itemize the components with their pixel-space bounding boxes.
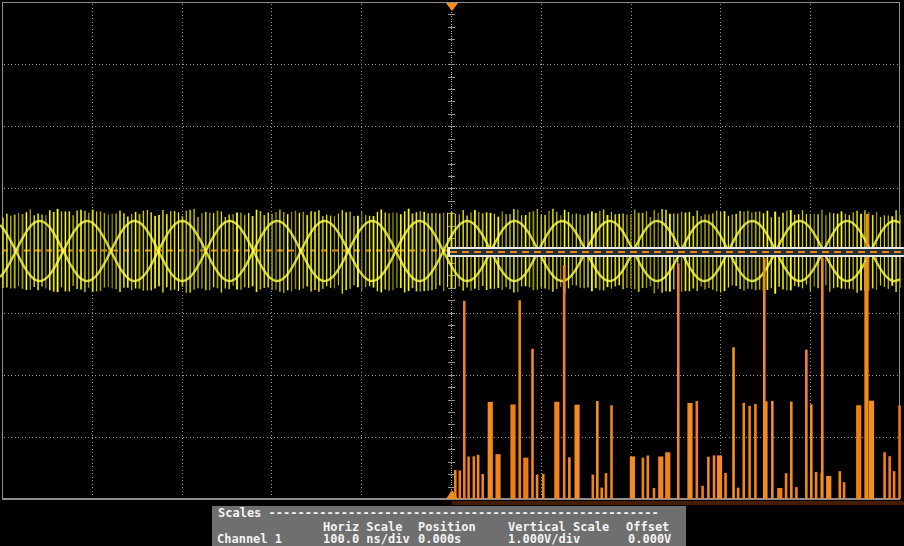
value-vertical-scale: 1.000V/div [508,533,580,545]
panel-title: Scales [218,506,269,520]
measurement-gate-bar[interactable] [448,247,904,257]
oscilloscope-screen: Scales ---------------------------------… [0,0,904,546]
waveform-display [0,0,904,546]
trigger-marker-icon[interactable] [446,3,458,11]
value-offset: 0.000V [628,533,671,545]
value-horiz-scale: 100.0 ns/div [323,533,410,545]
gate-centerline [450,251,904,253]
scales-panel: Scales ---------------------------------… [212,506,686,546]
panel-title-dashes: ----------------------------------------… [269,506,659,520]
panel-value-row: Channel 1 100.0 ns/div 0.000s 1.000V/div… [212,533,686,545]
value-channel: Channel 1 [217,533,282,545]
panel-title-row: Scales ---------------------------------… [218,507,686,519]
value-position: 0.000s [418,533,461,545]
